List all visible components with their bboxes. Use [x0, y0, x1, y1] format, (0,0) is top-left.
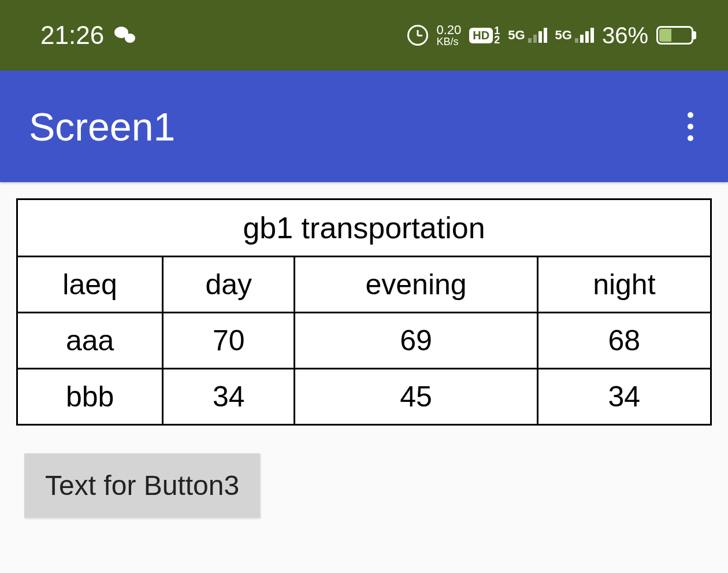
screen-title: Screen1 — [29, 104, 175, 149]
kebab-dot-icon — [688, 124, 693, 130]
table-cell-day: 34 — [163, 369, 295, 425]
signal-5g-label-2: 5G — [555, 28, 572, 43]
hd-sim-2: 2 — [494, 35, 500, 45]
signal-sim-1: 5G — [508, 28, 547, 43]
network-speed-unit: KB/s — [436, 36, 461, 47]
table-header-laeq: laeq — [17, 257, 163, 313]
table-cell-label: bbb — [17, 369, 163, 425]
battery-icon — [656, 26, 693, 45]
overflow-menu-button[interactable] — [682, 106, 699, 147]
signal-bars-icon — [575, 28, 594, 43]
kebab-dot-icon — [688, 112, 693, 118]
button-3[interactable]: Text for Button3 — [24, 453, 260, 517]
kebab-dot-icon — [688, 135, 693, 141]
table-cell-night: 68 — [537, 313, 711, 369]
table-header-evening: evening — [295, 257, 537, 313]
transportation-table: gb1 transportation laeq day evening nigh… — [16, 198, 712, 426]
signal-bars-icon — [528, 28, 547, 43]
app-action-bar: Screen1 — [0, 71, 728, 182]
network-speed-value: 0.20 — [436, 24, 461, 36]
signal-sim-2: 5G — [555, 28, 594, 43]
alarm-icon — [407, 25, 428, 46]
table-cell-evening: 69 — [295, 313, 537, 369]
android-status-bar: 21:26 0.20 KB/s HD 1 2 5G 5G — [0, 0, 728, 71]
table-cell-night: 34 — [537, 369, 711, 425]
signal-5g-label-1: 5G — [508, 28, 525, 43]
hd-label: HD — [469, 28, 493, 43]
status-left-group: 21:26 — [40, 21, 135, 50]
table-cell-label: aaa — [17, 313, 163, 369]
wechat-icon — [114, 27, 135, 44]
network-speed-indicator: 0.20 KB/s — [436, 24, 461, 47]
table-header-day: day — [163, 257, 295, 313]
screen-content: gb1 transportation laeq day evening nigh… — [0, 182, 728, 517]
button-container: Text for Button3 — [16, 426, 712, 517]
table-row: aaa 70 69 68 — [17, 313, 711, 369]
battery-percent: 36% — [602, 23, 648, 49]
table-cell-day: 70 — [163, 313, 295, 369]
hd-sim-numbers: 1 2 — [494, 26, 500, 45]
battery-fill-level — [659, 29, 671, 42]
table-row: bbb 34 45 34 — [17, 369, 711, 425]
table-title: gb1 transportation — [17, 199, 711, 257]
table-header-night: night — [537, 257, 711, 313]
table-header-row: laeq day evening night — [17, 257, 711, 313]
table-cell-evening: 45 — [295, 369, 537, 425]
clock-time: 21:26 — [40, 21, 104, 50]
status-right-group: 0.20 KB/s HD 1 2 5G 5G — [407, 23, 693, 49]
table-title-row: gb1 transportation — [17, 199, 711, 257]
hd-voice-badge: HD 1 2 — [469, 26, 500, 45]
